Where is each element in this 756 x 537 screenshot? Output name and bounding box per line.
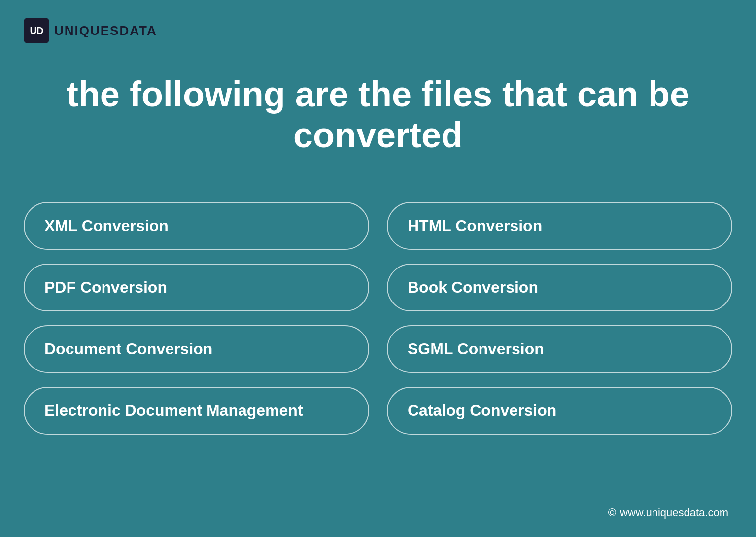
conversion-item-catalog-conversion[interactable]: Catalog Conversion [387,387,732,435]
conversion-item-book-conversion[interactable]: Book Conversion [387,264,732,311]
conversion-item-document-conversion[interactable]: Document Conversion [24,325,369,373]
items-grid: XML ConversionHTML ConversionPDF Convers… [24,202,732,435]
main-heading: the following are the files that can be … [0,74,756,156]
logo-area: UD UNIQUESDATA [24,18,157,43]
footer: © www.uniquesdata.com [608,506,728,519]
heading-line1: the following are the files that can be [67,74,689,114]
conversion-item-edm-conversion[interactable]: Electronic Document Management [24,387,369,435]
conversion-item-html-conversion[interactable]: HTML Conversion [387,202,732,250]
heading-line2: converted [293,115,463,155]
conversion-item-pdf-conversion[interactable]: PDF Conversion [24,264,369,311]
logo-icon-text: UD [30,25,43,36]
logo-box: UD [24,18,49,43]
conversion-item-xml-conversion[interactable]: XML Conversion [24,202,369,250]
conversion-item-sgml-conversion[interactable]: SGML Conversion [387,325,732,373]
website-url: www.uniquesdata.com [620,506,728,519]
company-name: UNIQUESDATA [54,23,157,38]
copyright-symbol: © [608,506,616,519]
